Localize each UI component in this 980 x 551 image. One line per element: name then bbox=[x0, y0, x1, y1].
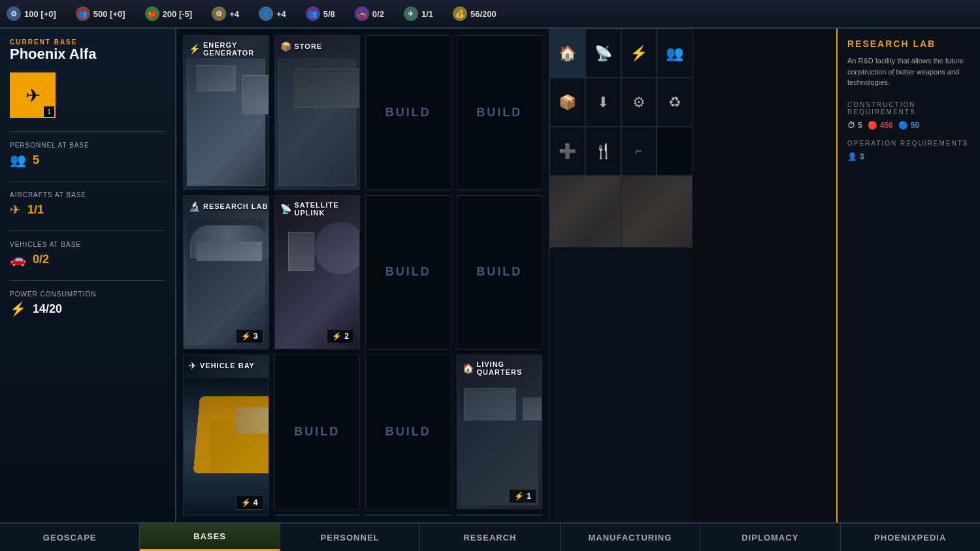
resource-plane: ✈ 1/1 bbox=[404, 7, 433, 21]
build-label-2: BUILD bbox=[476, 106, 522, 119]
terrain-panel bbox=[549, 176, 693, 522]
build-label-5: BUILD bbox=[294, 425, 340, 439]
tab-manufacturing[interactable]: MANUFACTURING bbox=[561, 524, 700, 551]
personnel-value: 5 bbox=[33, 153, 39, 167]
store-icon: 📦 bbox=[280, 41, 291, 52]
living-quarters-label: 🏠 LIVING QUARTERS bbox=[463, 360, 542, 376]
icon-corner[interactable]: ⌐ bbox=[621, 127, 657, 176]
supplies-req-icon: 🔴 bbox=[868, 121, 877, 130]
food-icon: 🍎 bbox=[145, 7, 159, 21]
vehicle-bay-icon: ✈ bbox=[189, 360, 197, 371]
vehicle-bay-power: ⚡ 4 bbox=[236, 496, 263, 510]
building-access-lift[interactable]: ⬇ ACCESS LIFT bbox=[365, 514, 451, 516]
build-label-1: BUILD bbox=[385, 106, 431, 119]
satellite-uplink-icon: 📡 bbox=[280, 204, 291, 214]
resource-food: 🍎 200 [-5] bbox=[145, 7, 193, 21]
build-label-3: BUILD bbox=[385, 265, 431, 279]
icon-gear-cell[interactable]: ⚙ bbox=[621, 78, 657, 127]
construction-requirements: ⏱ 5 🔴 450 🔵 50 bbox=[847, 121, 970, 130]
req-personnel: 👤 3 bbox=[847, 152, 864, 161]
operation-requirements: 👤 3 bbox=[847, 152, 970, 161]
gear-icon: ⚙ bbox=[212, 7, 226, 21]
build-slot-1[interactable]: BUILD bbox=[365, 35, 451, 190]
build-slot-3[interactable]: BUILD bbox=[365, 195, 451, 350]
research-lab-power-icon: ⚡ bbox=[241, 332, 251, 341]
build-label-4: BUILD bbox=[476, 265, 522, 279]
terrain-1 bbox=[549, 176, 621, 247]
base-icon[interactable]: ✈ 1 bbox=[10, 72, 56, 118]
base-name: Phoenix Alfa bbox=[10, 46, 165, 63]
building-vehicle-bay[interactable]: ✈ VEHICLE BAY ⚡ 4 bbox=[183, 354, 269, 516]
living-quarters-power-icon: ⚡ bbox=[514, 492, 524, 501]
icon-radar[interactable]: 📡 bbox=[585, 29, 621, 78]
resource-gear: ⚙ +4 bbox=[212, 7, 239, 21]
vehicle-icon: 🚗 bbox=[355, 7, 369, 21]
icon-box[interactable]: 📦 bbox=[549, 78, 585, 127]
plane-value: 1/1 bbox=[421, 9, 433, 19]
top-bar: ⚙ 100 [+0] 👥 500 [+0] 🍎 200 [-5] ⚙ +4 👤 … bbox=[0, 0, 980, 29]
tab-personnel[interactable]: PERSONNEL bbox=[280, 524, 420, 551]
req-time: ⏱ 5 bbox=[847, 121, 862, 130]
resource-people: 👥 5/8 bbox=[306, 7, 335, 21]
building-medical-bay[interactable]: ➕ MEDICAL BAY ⚡ 1 bbox=[274, 514, 361, 516]
building-satellite-uplink[interactable]: 📡 SATELLITE UPLINK ⚡ 2 bbox=[274, 195, 361, 350]
energy-generator-icon: ⚡ bbox=[189, 44, 200, 54]
icon-recycle[interactable]: ♻ bbox=[657, 78, 693, 127]
people-icon: 👥 bbox=[306, 7, 320, 21]
details-title: RESEARCH LAB bbox=[847, 39, 970, 49]
food-value: 200 [-5] bbox=[163, 9, 193, 19]
gear-req-value: 50 bbox=[911, 121, 919, 130]
people-value: 5/8 bbox=[323, 9, 335, 19]
energy-generator-label: ⚡ ENERGY GENERATOR bbox=[189, 41, 269, 57]
icon-fork[interactable]: 🍴 bbox=[585, 127, 621, 176]
icon-elevator[interactable]: ⬇ bbox=[585, 78, 621, 127]
vehicle-value: 0/2 bbox=[372, 9, 384, 19]
base-plane-icon: ✈ bbox=[25, 85, 41, 106]
power-label: POWER CONSUMPTION bbox=[10, 291, 165, 298]
icon-home[interactable]: 🏠 bbox=[549, 29, 585, 78]
icon-panel: 🏠 📡 ⚡ 👥 📦 ⬇ ⚙ ♻ ➕ 🍴 ⌐ bbox=[549, 29, 693, 176]
aircraft-stat: AIRCRAFTS AT BASE ✈ 1/1 bbox=[10, 181, 165, 217]
building-research-lab[interactable]: 🔬 RESEARCH LAB ⚡ 3 bbox=[183, 195, 269, 350]
soldiers-value: 100 [+0] bbox=[24, 9, 56, 19]
build-slot-6[interactable]: BUILD bbox=[365, 354, 451, 509]
person-icon: 👤 bbox=[259, 7, 273, 21]
building-grid: ⚡ ENERGY GENERATOR 📦 STORE BUILD bbox=[176, 29, 549, 522]
money-icon: 💰 bbox=[453, 7, 467, 21]
power-stat: POWER CONSUMPTION ⚡ 14/20 bbox=[10, 280, 165, 317]
soldiers-icon: ⚙ bbox=[7, 7, 21, 21]
tab-bases[interactable]: BASES bbox=[140, 524, 280, 551]
main-content: CURRENT BASE Phoenix Alfa ✈ 1 PERSONNEL … bbox=[0, 29, 980, 522]
req-gear: 🔵 50 bbox=[898, 121, 919, 130]
time-icon: ⏱ bbox=[847, 121, 855, 130]
icon-lightning[interactable]: ⚡ bbox=[621, 29, 657, 78]
terrain-2 bbox=[621, 176, 693, 247]
icon-people-cell[interactable]: 👥 bbox=[657, 29, 693, 78]
tab-phoenixpedia[interactable]: PHOENIXPEDIA bbox=[841, 524, 980, 551]
supplies-value: 500 [+0] bbox=[93, 9, 125, 19]
living-quarters-power: ⚡ 1 bbox=[509, 489, 536, 503]
details-description: An R&D facility that allows the future c… bbox=[847, 55, 970, 88]
tab-geoscape[interactable]: GEOSCAPE bbox=[0, 524, 140, 551]
building-living-quarters[interactable]: 🏠 LIVING QUARTERS ⚡ 1 bbox=[457, 354, 543, 509]
living-quarters-power-value: 1 bbox=[527, 492, 531, 501]
living-quarters-icon: 🏠 bbox=[463, 363, 474, 373]
satellite-uplink-power-icon: ⚡ bbox=[332, 332, 342, 341]
build-slot-2[interactable]: BUILD bbox=[457, 35, 543, 190]
details-panel: RESEARCH LAB An R&D facility that allows… bbox=[836, 29, 980, 522]
build-slot-4[interactable]: BUILD bbox=[457, 195, 543, 350]
tab-research[interactable]: RESEARCH bbox=[420, 524, 560, 551]
plane-icon: ✈ bbox=[404, 7, 418, 21]
building-store[interactable]: 📦 STORE bbox=[274, 35, 361, 190]
vehicles-stat: VEHICLES AT BASE 🚗 0/2 bbox=[10, 230, 165, 267]
tab-diplomacy[interactable]: DIPLOMACY bbox=[700, 524, 840, 551]
construction-req-label: CONSTRUCTION REQUIREMENTS bbox=[847, 101, 970, 116]
personnel-req-value: 3 bbox=[860, 152, 864, 161]
building-energy-generator[interactable]: ⚡ ENERGY GENERATOR bbox=[183, 35, 269, 190]
building-fabrication-plant[interactable]: ⚙ FABRICATION PLANT ⚡ 3 bbox=[457, 514, 543, 516]
gear-req-icon: 🔵 bbox=[898, 121, 908, 130]
vehicle-bay-label: ✈ VEHICLE BAY bbox=[189, 360, 255, 371]
build-slot-5[interactable]: BUILD bbox=[274, 354, 361, 509]
icon-medic[interactable]: ➕ bbox=[549, 127, 585, 176]
research-lab-label: 🔬 RESEARCH LAB bbox=[189, 201, 268, 212]
